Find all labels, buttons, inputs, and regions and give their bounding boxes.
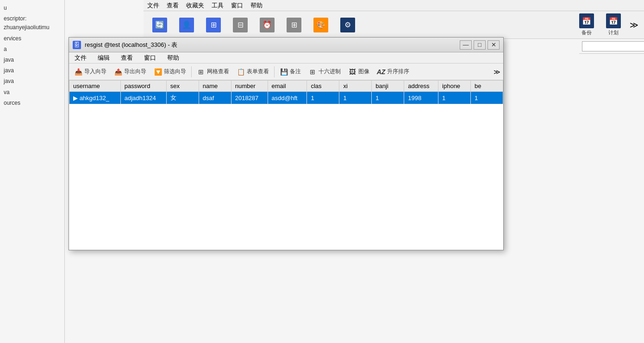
col-header-email: email xyxy=(268,81,307,92)
sidebar-line-8: va xyxy=(4,88,61,97)
bg-tb-grid3[interactable]: ⊞ xyxy=(281,13,306,37)
bg-toolbar: 🔄 👤 ⊞ ⊟ ⏰ ⊞ 🎨 ⚙ 📅 备份 📅 计划 xyxy=(144,11,644,39)
sort-asc-button[interactable]: AZ 升序排序 xyxy=(374,65,413,78)
bg-menu-view[interactable]: 查看 xyxy=(167,1,179,10)
dialog-menubar: 文件 编辑 查看 窗口 帮助 xyxy=(69,52,503,64)
dialog-menu-edit[interactable]: 编辑 xyxy=(96,53,112,63)
image-label: 图像 xyxy=(358,68,369,76)
col-header-address: address xyxy=(404,81,438,92)
notes-icon: 💾 xyxy=(280,68,288,76)
separator-1 xyxy=(191,66,192,77)
search-input[interactable] xyxy=(582,41,644,51)
bg-tb-backup[interactable]: 📅 备份 xyxy=(574,13,599,37)
toolbar-more-button[interactable]: ≫ xyxy=(492,65,501,78)
cell-address: 1998 xyxy=(404,92,438,104)
sidebar-line-3: ervices xyxy=(4,34,61,43)
grid-view-icon: ⊞ xyxy=(197,68,205,76)
sidebar-line-5: java xyxy=(4,56,61,64)
bg-menu-tools[interactable]: 工具 xyxy=(212,1,224,10)
dialog-app-icon: 🗄 xyxy=(73,41,81,49)
cell-name: dsaf xyxy=(199,92,231,104)
settings-icon: ⚙ xyxy=(340,18,355,32)
bg-tb-grid2[interactable]: ⊟ xyxy=(228,13,253,37)
grid-view-button[interactable]: ⊞ 网格查看 xyxy=(194,65,232,78)
cell-sex: 女 xyxy=(166,92,199,104)
form-view-button[interactable]: 📋 表单查看 xyxy=(233,65,272,78)
dialog-menu-help[interactable]: 帮助 xyxy=(165,53,181,63)
bg-tb-paint[interactable]: 🎨 xyxy=(308,13,333,37)
bg-tb-grid1[interactable]: ⊞ xyxy=(201,13,226,37)
cell-xi: 1 xyxy=(339,92,372,104)
bg-tb-clock[interactable]: ⏰ xyxy=(255,13,280,37)
sort-label: 升序排序 xyxy=(387,68,409,76)
maximize-button[interactable]: □ xyxy=(474,40,486,50)
export-wizard-button[interactable]: 📤 导出向导 xyxy=(111,65,150,78)
bg-menu-window[interactable]: 窗口 xyxy=(231,1,243,10)
backup-icon: 📅 xyxy=(579,13,594,28)
bg-menu-help[interactable]: 帮助 xyxy=(250,1,263,10)
sidebar-line-1: u xyxy=(4,4,61,13)
bg-toolbar-more[interactable]: ≫ xyxy=(628,20,640,30)
sidebar-line-4: a xyxy=(4,45,61,54)
dialog-content: username password sex name number email … xyxy=(69,80,503,250)
image-icon: 🖼 xyxy=(348,68,356,76)
filter-wizard-button[interactable]: 🔽 筛选向导 xyxy=(150,65,189,78)
form-view-icon: 📋 xyxy=(237,68,245,76)
dialog-title: resgist @test (localhost_3306) - 表 xyxy=(85,41,456,49)
col-header-number: number xyxy=(231,81,268,92)
col-header-be: be xyxy=(471,81,503,92)
cell-banji: 1 xyxy=(372,92,404,104)
bg-tb-schedule[interactable]: 📅 计划 xyxy=(601,13,626,37)
grid-view-label: 网格查看 xyxy=(207,68,229,76)
import-wizard-button[interactable]: 📥 导入向导 xyxy=(71,65,110,78)
notes-button[interactable]: 💾 备注 xyxy=(276,65,304,78)
hex-label: 十六进制 xyxy=(319,68,341,76)
schedule-icon: 📅 xyxy=(606,13,621,28)
filter-icon: 🔽 xyxy=(154,68,162,76)
close-button[interactable]: ✕ xyxy=(488,40,500,50)
col-header-name: name xyxy=(199,81,231,92)
image-button[interactable]: 🖼 图像 xyxy=(345,65,373,78)
export-label: 导出向导 xyxy=(124,68,146,76)
export-icon: 📤 xyxy=(114,68,122,76)
dialog-menu-file[interactable]: 文件 xyxy=(73,53,88,63)
right-search-bar: 🔍 ⊞ xyxy=(579,39,644,54)
col-header-sex: sex xyxy=(166,81,199,92)
sidebar-line-7: java xyxy=(4,77,61,86)
hex-view-button[interactable]: ⊞ 十六进制 xyxy=(305,65,344,78)
bg-menu-file[interactable]: 文件 xyxy=(147,1,159,10)
dialog-titlebar: 🗄 resgist @test (localhost_3306) - 表 — □… xyxy=(69,38,503,52)
dialog-menu-view[interactable]: 查看 xyxy=(119,53,135,63)
data-table: username password sex name number email … xyxy=(69,80,503,104)
dialog-menu-window[interactable]: 窗口 xyxy=(142,53,158,63)
separator-2 xyxy=(274,66,275,77)
grid3-icon: ⊞ xyxy=(287,18,301,32)
cell-password: adjadh1324 xyxy=(120,92,166,104)
col-header-clas: clas xyxy=(307,81,339,92)
table-row[interactable]: ahkgd132_ adjadh1324 女 dsaf 2018287 asdd… xyxy=(69,92,503,104)
bg-menu-favorites[interactable]: 收藏夹 xyxy=(186,1,204,10)
bg-tb-user[interactable]: 👤 xyxy=(174,13,199,37)
dialog-table-area[interactable]: username password sex name number email … xyxy=(69,80,503,250)
minimize-button[interactable]: — xyxy=(460,40,472,50)
col-header-username: username xyxy=(69,81,121,92)
grid2-icon: ⊟ xyxy=(233,18,248,32)
bg-tb-settings[interactable]: ⚙ xyxy=(335,13,360,37)
notes-label: 备注 xyxy=(290,68,301,76)
col-header-password: password xyxy=(120,81,166,92)
refresh-icon: 🔄 xyxy=(152,18,167,32)
col-header-xi: xi xyxy=(339,81,372,92)
dialog-window: 🗄 resgist @test (localhost_3306) - 表 — □… xyxy=(69,37,504,250)
sidebar-line-10: ources xyxy=(4,99,61,108)
bg-menubar: 文件 查看 收藏夹 工具 窗口 帮助 xyxy=(144,0,644,11)
clock-icon: ⏰ xyxy=(260,18,275,32)
paint-icon: 🎨 xyxy=(313,18,328,32)
bg-tb-refresh[interactable]: 🔄 xyxy=(147,13,172,37)
schedule-label: 计划 xyxy=(608,29,619,36)
hex-icon: ⊞ xyxy=(308,68,317,76)
cell-iphone: 1 xyxy=(438,92,471,104)
cell-number: 2018287 xyxy=(231,92,268,104)
filter-label: 筛选向导 xyxy=(164,68,186,76)
col-header-banji: banji xyxy=(372,81,404,92)
sidebar-line-6: java xyxy=(4,66,61,75)
